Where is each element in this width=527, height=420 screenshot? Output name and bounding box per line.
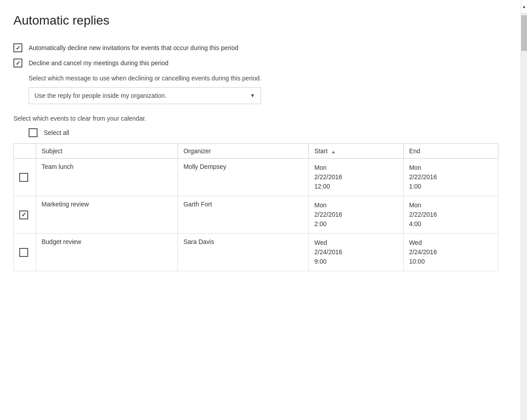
row-subject: Team lunch [36, 159, 178, 196]
select-all-label: Select all [44, 129, 69, 136]
page-title: Automatic replies [13, 13, 498, 28]
row-organizer: Sara Davis [178, 234, 309, 271]
row-organizer: Molly Dempsey [178, 159, 309, 196]
decline-meetings-label: Decline and cancel my meetings during th… [29, 59, 169, 67]
dropdown-value: Use the reply for people inside my organ… [34, 92, 167, 99]
col-end: End [404, 144, 498, 159]
decline-invitations-row: Automatically decline new invitations fo… [13, 43, 498, 52]
scrollbar-up-button[interactable]: ▲ [521, 0, 527, 13]
calendar-section-label: Select which events to clear from your c… [13, 115, 498, 122]
col-organizer-label: Organizer [183, 147, 211, 155]
message-dropdown[interactable]: Use the reply for people inside my organ… [29, 87, 261, 104]
table-header-row: Subject Organizer Start ▲ End [14, 144, 498, 159]
decline-meetings-row: Decline and cancel my meetings during th… [13, 59, 498, 67]
select-all-checkbox[interactable] [29, 128, 38, 137]
decline-message-label: Select which message to use when declini… [29, 75, 498, 82]
decline-invitations-checkbox[interactable] [13, 43, 22, 52]
row-checkbox-cell [14, 196, 36, 234]
row-subject: Budget review [36, 234, 178, 271]
row-end: Wed2/24/201610:00 [404, 234, 498, 271]
decline-message-section: Select which message to use when declini… [29, 75, 498, 104]
row-checkbox-cell [14, 234, 36, 271]
row-end: Mon2/22/20164:00 [404, 196, 498, 234]
chevron-up-icon: ▲ [522, 4, 527, 9]
main-content: Automatic replies Automatically decline … [0, 0, 521, 420]
decline-meetings-checkbox[interactable] [13, 59, 22, 67]
table-row: Marketing reviewGarth FortMon2/22/20162:… [14, 196, 498, 234]
col-start[interactable]: Start ▲ [309, 144, 404, 159]
select-all-row: Select all [29, 128, 498, 137]
row-checkbox[interactable] [19, 210, 28, 219]
row-subject: Marketing review [36, 196, 178, 234]
row-checkbox[interactable] [19, 248, 28, 257]
scrollbar-track: ▲ [521, 0, 527, 420]
col-subject: Subject [36, 144, 178, 159]
row-start: Mon2/22/201612:00 [309, 159, 404, 196]
dropdown-container: Use the reply for people inside my organ… [29, 87, 498, 104]
decline-invitations-label: Automatically decline new invitations fo… [29, 44, 238, 51]
row-start: Mon2/22/20162:00 [309, 196, 404, 234]
row-start: Wed2/24/20169:00 [309, 234, 404, 271]
sort-asc-icon: ▲ [331, 149, 336, 154]
row-checkbox[interactable] [19, 173, 28, 182]
table-row: Budget reviewSara DavisWed2/24/20169:00W… [14, 234, 498, 271]
col-checkbox [14, 144, 36, 159]
col-end-label: End [409, 147, 420, 155]
scrollbar-thumb[interactable] [521, 15, 527, 51]
table-row: Team lunchMolly DempseyMon2/22/201612:00… [14, 159, 498, 196]
chevron-down-icon: ▼ [250, 92, 255, 99]
col-subject-label: Subject [42, 147, 63, 155]
col-organizer: Organizer [178, 144, 309, 159]
events-table: Subject Organizer Start ▲ End Team lunch… [13, 143, 498, 271]
row-end: Mon2/22/20161:00 [404, 159, 498, 196]
row-checkbox-cell [14, 159, 36, 196]
row-organizer: Garth Fort [178, 196, 309, 234]
col-start-label: Start [314, 147, 328, 155]
